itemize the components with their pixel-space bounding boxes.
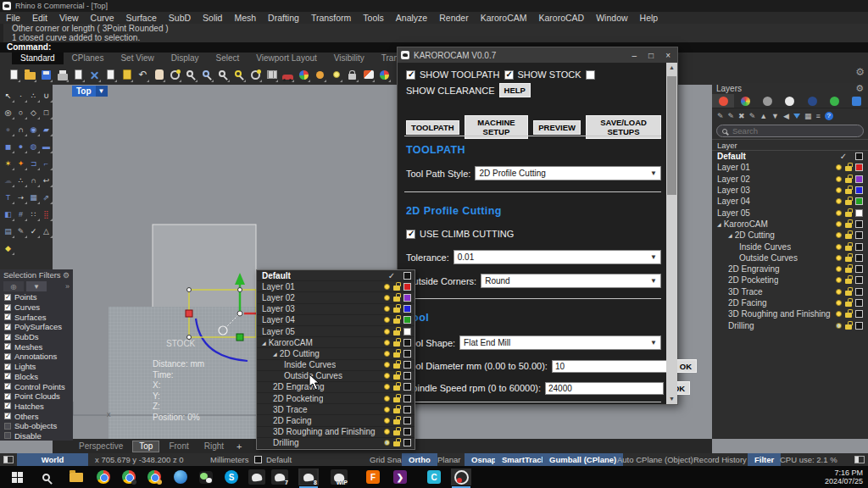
layer-color-swatch[interactable] [403, 305, 411, 313]
maximize-button[interactable]: □ [648, 51, 654, 60]
layer-lock-icon[interactable] [845, 279, 852, 284]
layer-row-karorocam[interactable]: ◢KaroroCAM [712, 219, 868, 230]
layer-visibility-bulb-icon[interactable] [384, 362, 390, 368]
panel-tab-materials[interactable] [779, 94, 801, 108]
layer-visibility-bulb-icon[interactable] [836, 232, 842, 238]
layer-visibility-bulb-icon[interactable] [384, 317, 390, 323]
selection-filter-others[interactable]: Others [0, 411, 73, 421]
karorocam-dialog[interactable]: KAROROCAM V0.0.7 – □ × SHOW TOOLPATHSHOW… [397, 47, 678, 405]
world-cplane-button[interactable]: World [17, 453, 88, 466]
save-file-icon[interactable] [39, 66, 53, 83]
layer-color-swatch[interactable] [403, 406, 411, 413]
menu-item-solid[interactable]: Solid [197, 13, 228, 23]
preview-button[interactable]: PREVIEW [533, 120, 581, 135]
toolbar-tab-select[interactable]: Select [208, 53, 248, 64]
taskbar-thunderbird-icon[interactable] [170, 469, 191, 485]
layer-visibility-bulb-icon[interactable] [384, 306, 390, 312]
layer-visibility-bulb-icon[interactable] [384, 284, 390, 290]
taskbar-obs-icon[interactable] [451, 469, 471, 485]
taskbar-chrome-dev-icon[interactable] [144, 469, 164, 485]
control-point[interactable] [238, 288, 242, 292]
columns-icon[interactable]: ▦ [804, 112, 812, 120]
active-layer-swatch[interactable] [254, 456, 262, 463]
layer-visibility-bulb-icon[interactable] [384, 329, 390, 335]
checkbox-icon[interactable] [4, 353, 11, 360]
panel-toggle-icon[interactable] [3, 456, 14, 463]
menu-item-subd[interactable]: SubD [163, 13, 197, 23]
show-toolpath-checkbox[interactable] [406, 70, 415, 80]
menu-item-window[interactable]: Window [590, 13, 633, 23]
layer-color-swatch[interactable] [855, 220, 863, 228]
spindle-speed-input[interactable] [545, 382, 664, 395]
search-input[interactable] [731, 125, 832, 136]
layer-color-swatch[interactable] [855, 299, 863, 307]
scroll-down-icon[interactable]: ▼ [666, 394, 677, 404]
layer-row-layer-04[interactable]: Layer 04 [712, 196, 868, 207]
planar-toggle[interactable]: Planar [437, 453, 460, 466]
move-up-icon[interactable]: ▲ [760, 112, 767, 120]
checkbox-icon[interactable] [4, 432, 11, 439]
layer-color-swatch[interactable] [403, 417, 411, 424]
layer-row-drilling[interactable]: Drilling [257, 438, 415, 449]
layer-color-swatch[interactable] [403, 428, 411, 435]
viewport-tab-right[interactable]: Right [198, 441, 230, 452]
selection-filter-points[interactable]: Points [0, 292, 73, 302]
layer-lock-icon[interactable] [845, 189, 852, 194]
layer-color-swatch[interactable] [855, 152, 863, 160]
layer-lock-icon[interactable] [393, 374, 400, 380]
layer-color-swatch[interactable] [403, 328, 411, 336]
layer-row-layer-04[interactable]: Layer 04 [257, 315, 415, 326]
grid-snap-toggle[interactable]: Grid Snap [370, 453, 406, 466]
layer-lock-icon[interactable] [845, 313, 852, 318]
check-tool-icon[interactable]: ✓ [27, 223, 40, 240]
menu-item-karorocam[interactable]: KaroroCAM [475, 13, 533, 23]
layer-lock-icon[interactable] [845, 302, 852, 307]
layer-lock-icon[interactable] [393, 319, 400, 324]
layer-color-swatch[interactable] [403, 395, 411, 402]
layer-visibility-bulb-icon[interactable] [384, 384, 390, 390]
selection-filters-tab-objects[interactable]: ◎ [3, 281, 24, 291]
layer-color-swatch[interactable] [403, 283, 411, 291]
layer-color-swatch[interactable] [403, 439, 411, 446]
array-rect-icon[interactable]: ▦ [27, 189, 40, 206]
zoom-dynamic-icon[interactable] [216, 66, 231, 83]
layer-visibility-bulb-icon[interactable] [836, 311, 842, 317]
zoom-icon[interactable] [184, 66, 198, 83]
layer-row-layer-01[interactable]: Layer 01 [257, 281, 415, 292]
layer-row-outside-curves[interactable]: Outside Curves [257, 371, 415, 382]
taskbar-rhino-8-icon[interactable]: 8 [298, 469, 319, 485]
undo-icon[interactable]: ↶ [136, 66, 150, 83]
selection-filter-meshes[interactable]: Meshes [0, 341, 73, 352]
viewport-title-chip[interactable]: Top ▼ [72, 86, 108, 97]
selection-filter-subds[interactable]: SubDs [0, 332, 73, 342]
menu-item-surface[interactable]: Surface [120, 13, 163, 23]
tree-expand-icon[interactable]: ◢ [273, 351, 277, 357]
layer-visibility-bulb-icon[interactable] [384, 396, 390, 402]
delete-layer-icon[interactable]: ✖ [738, 112, 745, 120]
array-vertical-icon[interactable]: ⣿ [40, 206, 53, 223]
layer-color-swatch[interactable] [855, 164, 863, 171]
taskbar-chrome-icon[interactable] [93, 469, 114, 485]
copy-icon[interactable] [103, 66, 118, 83]
layer-visibility-bulb-icon[interactable] [836, 187, 842, 193]
menu-item-edit[interactable]: Edit [26, 13, 53, 23]
use-climb-cutting-checkbox[interactable] [406, 230, 415, 239]
clamp-icon[interactable]: ⊐ [27, 155, 40, 172]
toolbar-tab-visibility[interactable]: Visibility [326, 53, 373, 64]
filter-icon[interactable] [793, 114, 800, 119]
layer-row-3d-trace[interactable]: 3D Trace [257, 404, 415, 415]
dimension-icon[interactable]: ⇢ [14, 189, 27, 206]
layer-visibility-bulb-icon[interactable] [384, 295, 390, 301]
toolbar-tab-set-view[interactable]: Set View [112, 53, 162, 64]
tree-expand-icon[interactable]: ◢ [728, 232, 732, 238]
layer-lock-icon[interactable] [845, 234, 852, 239]
tolerance-select[interactable]: 0.01 ▼ [453, 250, 661, 264]
layer-visibility-bulb-icon[interactable] [836, 255, 842, 261]
point-icon[interactable]: · [14, 87, 27, 104]
menu-item-help[interactable]: Help [634, 13, 665, 23]
hook-curve-icon[interactable]: ↩ [40, 172, 53, 189]
toolbar-tab-display[interactable]: Display [163, 53, 208, 64]
layer-color-swatch[interactable] [855, 265, 863, 273]
layer-visibility-bulb-icon[interactable] [384, 351, 390, 357]
layers-panel-gear-icon[interactable]: ⚙ [855, 83, 864, 94]
